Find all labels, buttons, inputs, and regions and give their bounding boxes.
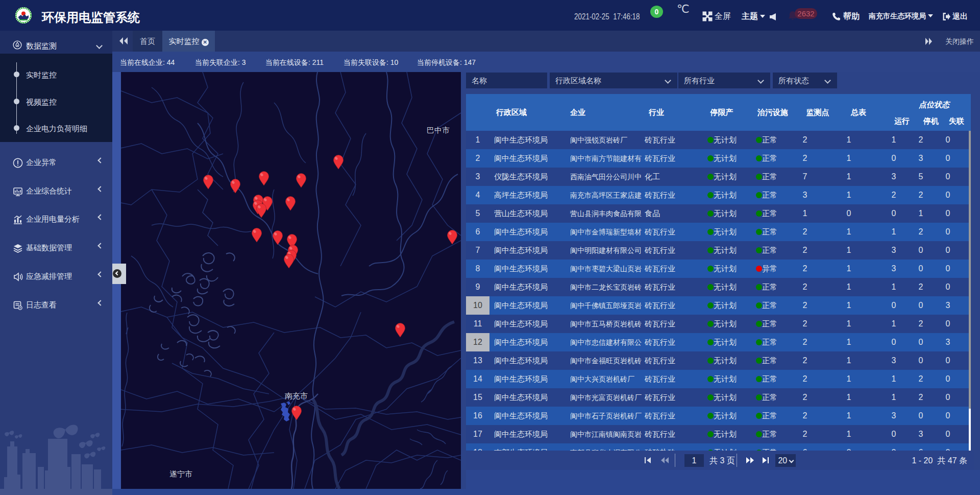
svg-text:遂宁市: 遂宁市 bbox=[169, 469, 192, 478]
svg-text:巴中市: 巴中市 bbox=[427, 126, 450, 134]
svg-text:南充市: 南充市 bbox=[285, 391, 308, 400]
